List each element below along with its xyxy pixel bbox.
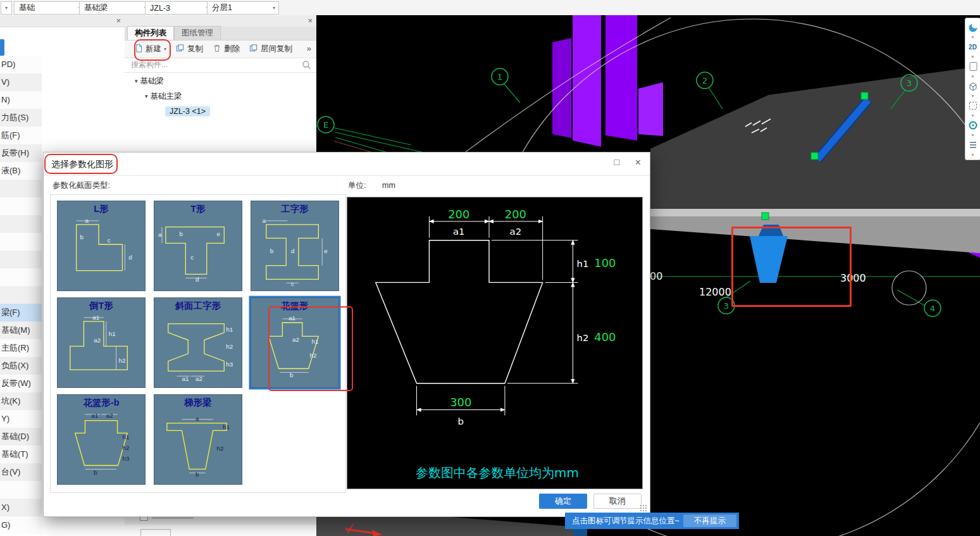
layer-copy-button[interactable]: 层间复制 xyxy=(249,44,292,54)
component-type-item[interactable]: 筋(F) xyxy=(0,127,42,144)
component-type-label: 反带(W) xyxy=(1,378,31,388)
chevron-down-icon[interactable]: ▾ xyxy=(972,93,974,99)
cancel-button[interactable]: 取消 xyxy=(593,494,642,509)
combo-category[interactable]: 基础▾ xyxy=(14,1,85,15)
dismiss-button[interactable]: 不再提示 xyxy=(683,514,736,527)
component-type-list: PD)V)N)力筋(S)筋(F)反带(H)液(B)梁(F)基础(M)主筋(R)负… xyxy=(0,56,42,536)
component-type-label: PD) xyxy=(1,59,15,69)
layers-icon[interactable] xyxy=(965,138,980,152)
trash-icon xyxy=(213,44,221,54)
component-type-item[interactable]: 台(V) xyxy=(0,463,42,481)
combo-layer[interactable]: 分层1▾ xyxy=(207,1,279,15)
combo-subcategory[interactable]: 基础梁▾ xyxy=(79,1,151,15)
chevron-down-icon[interactable]: ▾ xyxy=(972,152,974,158)
tab-component-list[interactable]: 构件列表 xyxy=(127,26,174,40)
delete-button[interactable]: 删除 xyxy=(213,44,240,54)
close-icon[interactable]: × xyxy=(116,16,121,26)
section-card-4[interactable]: 倒T形a1a2h1h2 xyxy=(57,297,146,388)
component-type-item[interactable]: X) xyxy=(0,499,42,516)
dim-a2-label: a2 xyxy=(510,226,522,237)
svg-text:E: E xyxy=(323,120,328,130)
component-type-item[interactable]: N) xyxy=(0,91,42,109)
resize-grip[interactable] xyxy=(640,504,648,512)
copy-button[interactable]: 复制 xyxy=(176,44,203,54)
component-type-item[interactable]: 力筋(S) xyxy=(0,109,42,127)
component-type-item[interactable]: V) xyxy=(0,73,42,91)
component-type-item[interactable]: 负筋(X) xyxy=(0,357,42,375)
component-type-item[interactable]: 基础(T) xyxy=(0,446,42,463)
section-card-3[interactable]: 工字形aebdc xyxy=(251,201,339,291)
component-type-item[interactable]: 基础(M) xyxy=(0,321,42,339)
tree-node[interactable]: ▾基础梁 xyxy=(125,73,316,89)
component-type-item[interactable]: 基础(D) xyxy=(0,428,42,446)
chevron-down-icon[interactable]: ▾ xyxy=(972,54,974,59)
param-label: a2 xyxy=(106,412,113,419)
search-input[interactable] xyxy=(130,59,297,70)
target-icon[interactable] xyxy=(965,118,980,132)
chevron-down-icon[interactable]: ▾ xyxy=(972,113,974,118)
component-type-label: 液(B) xyxy=(1,166,20,175)
section-card-8[interactable]: 梯形梁ah1h2b xyxy=(154,394,242,485)
cube-icon[interactable] xyxy=(965,79,980,93)
section-card-6[interactable]: 花篮形a1a2h1h2b xyxy=(251,297,339,388)
section-card-5[interactable]: 斜面工字形h1h2h3a1a2 xyxy=(154,297,242,388)
maximize-icon[interactable]: □ xyxy=(614,157,619,167)
component-type-item[interactable]: PD) xyxy=(0,56,42,73)
component-type-item[interactable]: 液(B) xyxy=(0,162,42,180)
tree-expand-icon[interactable]: ▾ xyxy=(145,93,148,99)
new-button[interactable]: 新建 ▾ xyxy=(135,44,166,55)
sheet-icon[interactable] xyxy=(965,59,980,73)
component-type-label: N) xyxy=(1,95,10,104)
param-label: b xyxy=(80,234,84,240)
more-button[interactable]: » xyxy=(307,44,311,53)
component-type-item[interactable]: 梁(F) xyxy=(0,304,42,321)
component-type-item[interactable] xyxy=(0,251,42,268)
left-panel-header: × xyxy=(0,15,125,27)
component-type-item[interactable]: 坑(K) xyxy=(0,392,42,410)
component-type-item[interactable] xyxy=(0,197,42,215)
component-type-item[interactable]: 反带(H) xyxy=(0,144,42,162)
section-thumbnail: h1h2h3a1a2 xyxy=(154,314,242,387)
component-type-item[interactable] xyxy=(0,233,42,251)
component-type-label: 坑(K) xyxy=(1,396,20,406)
section-card-1[interactable]: L形abcd xyxy=(57,201,146,291)
dim-12000: 12000 xyxy=(699,286,731,298)
dim-3000: 3000 xyxy=(840,272,866,284)
section-card-7[interactable]: 花篮形-ba1a2h1h2h3b xyxy=(57,394,146,485)
param-label: a1 xyxy=(182,375,189,382)
tree-expand-icon[interactable]: ▾ xyxy=(135,78,138,84)
component-type-item[interactable] xyxy=(0,180,42,197)
orbit-icon[interactable] xyxy=(965,20,980,34)
component-type-item[interactable] xyxy=(0,481,42,499)
mini-combo[interactable]: ▾ xyxy=(1,1,12,15)
chevron-down-icon[interactable]: ▾ xyxy=(972,34,974,40)
view-2d-icon[interactable]: 2D xyxy=(965,40,980,54)
close-icon[interactable]: × xyxy=(635,157,641,168)
svg-text:3: 3 xyxy=(907,78,912,88)
combo-element[interactable]: JZL-3▾ xyxy=(145,1,213,15)
copy-icon xyxy=(176,44,185,54)
component-type-label: 反带(H) xyxy=(1,148,29,158)
component-type-item[interactable]: 反带(W) xyxy=(0,375,42,392)
component-type-item[interactable]: 主筋(R) xyxy=(0,339,42,357)
tree-node[interactable]: JZL-3 <1> xyxy=(125,104,316,119)
tab-drawing-management[interactable]: 图纸管理 xyxy=(174,26,221,40)
chevron-down-icon[interactable]: ▾ xyxy=(972,73,974,79)
component-type-item[interactable] xyxy=(0,268,42,286)
chevron-down-icon[interactable]: ▾ xyxy=(972,132,974,138)
ok-button[interactable]: 确定 xyxy=(539,494,587,509)
tree-node-label: 基础梁 xyxy=(140,76,164,87)
marquee-icon[interactable] xyxy=(965,99,980,113)
component-type-item[interactable] xyxy=(0,286,42,304)
component-type-item[interactable]: G) xyxy=(0,516,42,534)
dialog-header: 选择参数化图形 □ × xyxy=(44,153,650,176)
component-type-item[interactable] xyxy=(0,215,42,233)
copy-button-label: 复制 xyxy=(187,44,203,54)
param-label: b xyxy=(270,247,274,254)
dim-h2-value: 400 xyxy=(594,330,616,344)
collapsed-tab-handle[interactable] xyxy=(0,39,4,56)
section-card-2[interactable]: T形abecd xyxy=(154,201,242,291)
close-icon[interactable]: × xyxy=(307,16,313,26)
component-type-item[interactable]: Y) xyxy=(0,410,42,428)
tree-node[interactable]: ▾基础主梁 xyxy=(125,89,316,104)
